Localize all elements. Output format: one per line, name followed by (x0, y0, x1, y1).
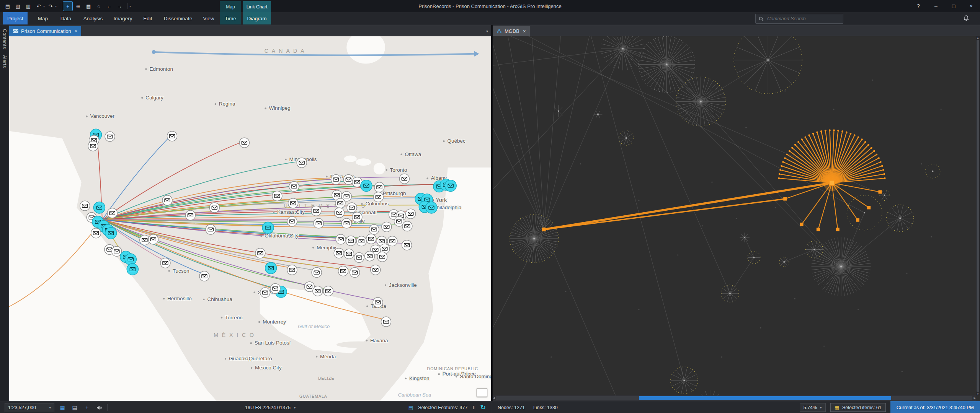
scroll-right-icon[interactable]: ▶ (974, 397, 976, 400)
email-marker[interactable] (335, 198, 345, 208)
email-marker[interactable] (287, 216, 297, 226)
email-marker[interactable] (343, 175, 353, 185)
email-marker[interactable] (347, 203, 357, 213)
email-marker[interactable] (346, 236, 356, 246)
email-marker[interactable] (371, 265, 381, 275)
orange-hub-node[interactable] (829, 180, 834, 185)
chart-zoom-level[interactable]: 5.74% ▾ (800, 403, 826, 412)
email-marker[interactable] (91, 228, 101, 238)
email-marker-selected[interactable] (265, 262, 277, 274)
save-project-icon[interactable]: ▤ (3, 2, 12, 11)
orange-node[interactable] (879, 190, 882, 193)
tab-time[interactable]: Time (220, 12, 241, 24)
orange-source-node[interactable] (542, 228, 546, 231)
mute-audio-icon[interactable] (95, 403, 103, 412)
email-marker[interactable] (167, 131, 177, 141)
email-marker[interactable] (297, 158, 307, 168)
email-marker-selected[interactable] (262, 222, 274, 233)
email-marker[interactable] (373, 192, 383, 202)
email-marker-selected[interactable] (125, 254, 136, 265)
tab-map[interactable]: Map (34, 12, 52, 24)
tab-project[interactable]: Project (3, 12, 28, 24)
command-search[interactable] (755, 14, 843, 24)
email-marker[interactable] (402, 240, 412, 250)
selection-grid-icon[interactable]: ▦ (58, 403, 67, 412)
maximize-button[interactable]: □ (945, 0, 962, 12)
scale-dropdown-icon[interactable]: ▾ (49, 406, 51, 410)
pause-drawing-icon[interactable]: ‖ (472, 405, 475, 410)
email-marker[interactable] (374, 182, 384, 192)
refresh-map-icon[interactable]: ↻ (480, 403, 486, 411)
email-marker[interactable] (369, 224, 379, 234)
email-marker[interactable] (382, 222, 392, 232)
grid-reference-dropdown-icon[interactable]: ▾ (294, 406, 296, 410)
tab-edit[interactable]: Edit (139, 12, 156, 24)
orange-node[interactable] (800, 223, 804, 226)
link-chart-view[interactable]: ▲ ▼ ◀ ▶ (493, 36, 980, 401)
email-marker[interactable] (209, 203, 219, 213)
email-marker[interactable] (272, 191, 282, 201)
selected-items-indicator[interactable]: ▦ Selected items: 61 (830, 403, 886, 412)
email-marker[interactable] (402, 221, 412, 231)
map-view-tab[interactable]: Prison Communication × (9, 26, 81, 36)
orange-node[interactable] (867, 206, 871, 209)
email-marker[interactable] (399, 174, 409, 184)
link-chart-tab[interactable]: MGDB × (493, 26, 530, 36)
email-marker[interactable] (80, 201, 90, 211)
email-marker[interactable] (352, 212, 362, 222)
link-chart-canvas[interactable] (493, 36, 980, 401)
lasso-select-icon[interactable]: ◌ (94, 2, 103, 11)
email-marker-selected[interactable] (127, 263, 138, 275)
horizontal-scrollbar[interactable]: ◀ ▶ (493, 395, 976, 401)
orange-node[interactable] (817, 228, 820, 231)
open-project-icon[interactable]: ▧ (13, 2, 23, 11)
redo-icon[interactable]: ↷ (46, 2, 55, 11)
email-marker[interactable] (255, 248, 265, 258)
select-tool-icon[interactable]: ▦ (84, 2, 93, 11)
email-marker-selected[interactable] (105, 228, 117, 239)
pane-tab-alerts[interactable]: Alerts (2, 55, 7, 68)
email-marker[interactable] (88, 141, 98, 151)
customize-qat-icon[interactable]: ▾ (129, 5, 131, 8)
email-marker[interactable] (239, 138, 249, 148)
tab-data[interactable]: Data (57, 12, 75, 24)
email-marker-selected[interactable] (445, 180, 456, 192)
notifications-bell-icon[interactable] (963, 15, 969, 23)
email-marker[interactable] (387, 236, 397, 246)
tab-list-dropdown-icon[interactable]: ▾ (486, 29, 488, 33)
email-marker[interactable] (311, 206, 321, 216)
next-extent-icon[interactable]: → (115, 2, 124, 11)
tab-analysis[interactable]: Analysis (80, 12, 106, 24)
email-marker[interactable] (334, 208, 344, 218)
current-time-indicator[interactable]: Current as of: 3/31/2021 3:45:40 PM (890, 401, 980, 413)
email-marker[interactable] (341, 218, 351, 228)
undo-icon[interactable]: ↶ (34, 2, 43, 11)
previous-extent-icon[interactable]: ← (105, 2, 114, 11)
email-marker[interactable] (313, 286, 323, 296)
email-marker[interactable] (336, 234, 346, 244)
email-marker[interactable] (381, 317, 391, 327)
attribute-table-icon[interactable]: ▤ (70, 403, 79, 412)
email-marker[interactable] (350, 268, 360, 278)
email-marker[interactable] (107, 208, 117, 218)
email-marker-selected[interactable] (361, 180, 372, 192)
redo-dropdown-icon[interactable]: ▾ (55, 5, 57, 8)
scale-select[interactable]: 1:23,527,000 ▾ (5, 403, 54, 412)
map-view[interactable]: EdmontonCalgaryVancouverReginaWinnipegOt… (9, 36, 491, 401)
email-marker[interactable] (373, 298, 383, 307)
orange-node[interactable] (783, 197, 787, 201)
vertical-scrollbar[interactable]: ▲ ▼ (976, 36, 980, 395)
vertical-scroll-thumb[interactable] (977, 40, 979, 392)
tab-diagram[interactable]: Diagram (243, 12, 271, 24)
email-marker-selected[interactable] (93, 202, 105, 213)
new-project-icon[interactable]: ▥ (24, 2, 33, 11)
orange-node[interactable] (836, 228, 840, 231)
minimize-button[interactable]: – (927, 0, 945, 12)
email-marker[interactable] (162, 195, 172, 205)
email-marker[interactable] (314, 218, 323, 228)
grid-reference[interactable]: 19U FS 22524 01375 ▾ (245, 405, 296, 410)
tab-view[interactable]: View (200, 12, 217, 24)
email-marker[interactable] (206, 224, 216, 234)
email-marker[interactable] (148, 234, 158, 244)
horizontal-scroll-track[interactable] (496, 396, 972, 400)
